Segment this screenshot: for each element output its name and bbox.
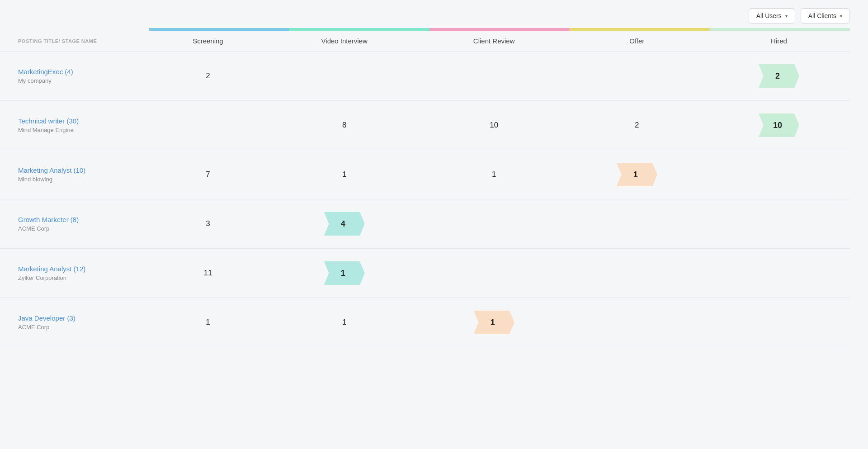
screening-value: 1 (206, 318, 210, 326)
hired-badge: 10 (759, 113, 799, 137)
col-video-interview: Video Interview (267, 31, 422, 52)
table-row: MarketingExec (4) My company 22 (0, 52, 850, 101)
color-bar-segment (149, 28, 289, 31)
col-hired: Hired (708, 31, 850, 52)
table-row: Technical writer (30) Mind Manage Engine… (0, 101, 850, 150)
offer-cell (566, 249, 708, 298)
video-value: 8 (342, 121, 346, 129)
table-wrapper: POSTING TITLE/ STAGE NAME Screening Vide… (0, 31, 868, 365)
posting-title[interactable]: Growth Marketer (8) (18, 216, 140, 223)
posting-cell: Java Developer (3) ACME Corp (0, 298, 149, 347)
client-value: 1 (492, 170, 496, 179)
posting-company: Mind Manage Engine (18, 127, 140, 133)
video-value: 1 (342, 318, 346, 326)
posting-company: ACME Corp (18, 225, 140, 232)
posting-company: My company (18, 77, 140, 84)
all-clients-dropdown[interactable]: All Clients ▾ (801, 8, 850, 24)
col-offer: Offer (566, 31, 708, 52)
client-review-cell: 1 (422, 298, 566, 347)
table-row: Growth Marketer (8) ACME Corp 34 (0, 199, 850, 249)
posting-cell: Growth Marketer (8) ACME Corp (0, 199, 149, 249)
top-controls: All Users ▾ All Clients ▾ (0, 0, 868, 28)
color-bar-segment (570, 28, 710, 31)
posting-title[interactable]: Marketing Analyst (12) (18, 265, 140, 273)
client-review-cell: 10 (422, 101, 566, 150)
color-bar-segment (289, 28, 429, 31)
video-interview-cell: 1 (267, 249, 422, 298)
page-container: All Users ▾ All Clients ▾ POSTING TITLE/… (0, 0, 868, 449)
video-interview-cell: 1 (267, 150, 422, 199)
posting-cell: Marketing Analyst (12) Zylker Corporatio… (0, 249, 149, 298)
posting-company: Zylker Corporation (18, 274, 140, 281)
video-value: 1 (342, 170, 346, 179)
posting-cell: MarketingExec (4) My company (0, 52, 149, 101)
col-posting: POSTING TITLE/ STAGE NAME (0, 31, 149, 52)
client-review-cell (422, 199, 566, 249)
posting-cell: Marketing Analyst (10) Mind blowing (0, 150, 149, 199)
posting-title[interactable]: Java Developer (3) (18, 314, 140, 322)
hired-cell (708, 150, 850, 199)
posting-company: Mind blowing (18, 176, 140, 183)
table-row: Marketing Analyst (12) Zylker Corporatio… (0, 249, 850, 298)
client-value: 10 (490, 121, 498, 129)
screening-value: 2 (206, 71, 210, 80)
offer-cell (566, 298, 708, 347)
color-bar-segment (710, 28, 850, 31)
col-client-review: Client Review (422, 31, 566, 52)
hired-cell (708, 298, 850, 347)
screening-cell (149, 101, 267, 150)
client-review-cell (422, 52, 566, 101)
table-row: Marketing Analyst (10) Mind blowing 7111 (0, 150, 850, 199)
video-interview-cell (267, 52, 422, 101)
screening-value: 11 (203, 269, 212, 277)
all-users-chevron: ▾ (785, 14, 788, 19)
screening-cell: 3 (149, 199, 267, 249)
screening-value: 3 (206, 219, 210, 228)
color-bar-segment (429, 28, 570, 31)
offer-cell (566, 52, 708, 101)
color-bar (149, 28, 850, 31)
all-clients-chevron: ▾ (840, 14, 842, 19)
col-screening: Screening (149, 31, 267, 52)
video-interview-cell: 4 (267, 199, 422, 249)
posting-cell: Technical writer (30) Mind Manage Engine (0, 101, 149, 150)
screening-value: 7 (206, 170, 210, 179)
offer-badge: 1 (617, 163, 657, 186)
client-review-cell: 1 (422, 150, 566, 199)
hired-cell: 10 (708, 101, 850, 150)
all-users-label: All Users (756, 12, 782, 19)
offer-cell: 2 (566, 101, 708, 150)
screening-cell: 11 (149, 249, 267, 298)
hired-badge: 2 (759, 64, 799, 88)
pipeline-table: POSTING TITLE/ STAGE NAME Screening Vide… (0, 31, 850, 347)
offer-cell: 1 (566, 150, 708, 199)
screening-cell: 2 (149, 52, 267, 101)
posting-title[interactable]: MarketingExec (4) (18, 68, 140, 76)
table-header-row: POSTING TITLE/ STAGE NAME Screening Vide… (0, 31, 850, 52)
screening-cell: 7 (149, 150, 267, 199)
offer-value: 2 (635, 121, 639, 129)
all-users-dropdown[interactable]: All Users ▾ (749, 8, 795, 24)
posting-title[interactable]: Marketing Analyst (10) (18, 166, 140, 174)
client-badge: 1 (474, 311, 514, 334)
posting-title[interactable]: Technical writer (30) (18, 117, 140, 125)
client-review-cell (422, 249, 566, 298)
video-badge: 1 (324, 261, 365, 285)
video-interview-cell: 8 (267, 101, 422, 150)
hired-cell (708, 249, 850, 298)
video-badge: 4 (324, 212, 365, 236)
table-row: Java Developer (3) ACME Corp 111 (0, 298, 850, 347)
screening-cell: 1 (149, 298, 267, 347)
all-clients-label: All Clients (808, 12, 836, 19)
posting-company: ACME Corp (18, 324, 140, 331)
offer-cell (566, 199, 708, 249)
hired-cell (708, 199, 850, 249)
video-interview-cell: 1 (267, 298, 422, 347)
hired-cell: 2 (708, 52, 850, 101)
